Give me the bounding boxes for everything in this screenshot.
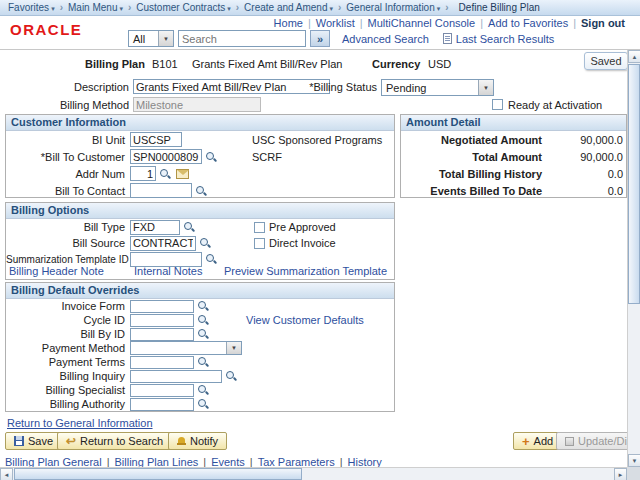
billing-inquiry-input[interactable] [130, 370, 222, 383]
payment-terms-input[interactable] [130, 356, 194, 369]
scroll-up-arrow[interactable] [628, 50, 640, 63]
breadcrumb-label: Customer Contracts [136, 2, 225, 13]
breadcrumb-item-general-information[interactable]: General Information [346, 2, 440, 13]
header-link-add-to-favorites[interactable]: Add to Favorites [488, 17, 568, 29]
ready-at-activation-checkbox[interactable] [492, 99, 503, 110]
bill-source-input[interactable] [130, 236, 196, 251]
billing-status-select[interactable]: Pending [381, 79, 494, 96]
breadcrumb-separator-icon [231, 2, 244, 13]
direct-invoice-checkbox[interactable] [254, 238, 265, 249]
billing-specialist-input[interactable] [130, 384, 194, 397]
billing-authority-input[interactable] [130, 398, 194, 411]
bill-by-id-row: Bill By ID [6, 327, 394, 341]
amount-row: Total Billing History 0.0 [401, 165, 626, 182]
header-link-worklist[interactable]: Worklist [316, 17, 355, 29]
lookup-icon[interactable] [205, 151, 217, 163]
add-button[interactable]: Add [513, 432, 562, 450]
bill-type-label: Bill Type [6, 221, 130, 233]
billing-options-groupbox: Billing Options Bill Type Pre Approved B… [5, 202, 395, 280]
vertical-scrollbar[interactable] [627, 50, 640, 467]
bill-to-contact-input[interactable] [130, 183, 192, 198]
cycle-id-input[interactable] [130, 314, 194, 327]
return-to-search-button[interactable]: Return to Search [57, 432, 172, 450]
amount-detail-groupbox: Amount Detail Negotiated Amount 90,000.0… [400, 114, 627, 198]
save-button[interactable]: Save [5, 432, 62, 450]
billing-options-title: Billing Options [6, 203, 394, 219]
save-disk-icon [14, 436, 24, 446]
amount-row: Total Amount 90,000.0 [401, 148, 626, 165]
bill-by-id-input[interactable] [130, 328, 194, 341]
breadcrumb-item-create-and-amend[interactable]: Create and Amend [244, 2, 333, 13]
oracle-logo: ORACLE [10, 21, 82, 38]
return-to-general-information-link[interactable]: Return to General Information [7, 417, 153, 429]
preview-summarization-template-link[interactable]: Preview Summarization Template [224, 265, 387, 277]
search-scope-select[interactable]: All [128, 30, 174, 47]
invoice-form-row: Invoice Form [6, 299, 394, 313]
customer-information-groupbox: Customer Information BI Unit USC Sponsor… [5, 114, 395, 198]
breadcrumb-item-favorites[interactable]: Favorites [8, 2, 55, 13]
breadcrumb-item-customer-contracts[interactable]: Customer Contracts [136, 2, 230, 13]
lookup-icon[interactable] [183, 221, 195, 233]
events-billed-to-date-label: Events Billed To Date [401, 185, 550, 197]
billing-header-note-link[interactable]: Billing Header Note [9, 265, 104, 277]
lookup-icon[interactable] [159, 168, 171, 180]
scroll-left-arrow[interactable] [0, 468, 13, 480]
billing-plan-label: Billing Plan [85, 58, 145, 70]
advanced-search-link[interactable]: Advanced Search [342, 33, 429, 45]
envelope-icon[interactable] [176, 169, 189, 179]
currency-label: Currency [372, 58, 420, 70]
negotiated-amount-label: Negotiated Amount [401, 134, 550, 146]
lookup-icon[interactable] [197, 398, 209, 410]
view-customer-defaults-link[interactable]: View Customer Defaults [246, 314, 364, 326]
vertical-scroll-thumb[interactable] [628, 64, 640, 304]
payment-terms-label: Payment Terms [6, 356, 130, 368]
addr-num-input[interactable] [130, 166, 156, 181]
bill-source-label: Bill Source [6, 237, 130, 249]
bill-type-row: Bill Type Pre Approved [6, 219, 394, 235]
currency-value: USD [428, 58, 451, 70]
horizontal-scroll-thumb[interactable] [14, 468, 302, 480]
signout-link[interactable]: Sign out [581, 17, 625, 29]
lookup-icon[interactable] [197, 356, 209, 368]
lookup-icon[interactable] [197, 328, 209, 340]
bill-to-contact-label: Bill To Contact [6, 185, 130, 197]
lookup-icon[interactable] [197, 384, 209, 396]
bill-to-contact-row: Bill To Contact [6, 182, 394, 199]
search-go-button[interactable] [310, 30, 330, 47]
bi-unit-input[interactable] [130, 132, 182, 147]
payment-method-select[interactable] [130, 341, 242, 355]
lookup-icon[interactable] [225, 370, 237, 382]
header-link-home[interactable]: Home [274, 17, 303, 29]
bill-type-input[interactable] [130, 220, 180, 235]
negotiated-amount-value: 90,000.0 [550, 134, 626, 146]
scroll-right-arrow[interactable] [614, 468, 627, 480]
horizontal-scrollbar[interactable] [0, 467, 627, 480]
pre-approved-checkbox[interactable] [254, 222, 265, 233]
billing-status-value: Pending [382, 82, 478, 94]
notify-button[interactable]: Notify [168, 432, 227, 450]
bill-to-customer-input[interactable] [130, 149, 202, 164]
direct-invoice-label: Direct Invoice [269, 237, 336, 249]
bell-icon [177, 437, 186, 446]
breadcrumb-separator-icon [55, 2, 68, 13]
last-search-results-link[interactable]: Last Search Results [456, 33, 554, 45]
separator [360, 17, 363, 29]
breadcrumb: Favorites Main Menu Customer Contracts C… [0, 0, 640, 16]
lookup-icon[interactable] [195, 185, 207, 197]
breadcrumb-separator-icon [440, 2, 453, 13]
header-divider [0, 49, 640, 50]
chevron-down-icon [158, 31, 173, 46]
search-input[interactable] [178, 30, 306, 47]
lookup-icon[interactable] [197, 300, 209, 312]
lookup-icon[interactable] [205, 253, 217, 265]
lookup-icon[interactable] [199, 237, 211, 249]
header-link-multichannel-console[interactable]: MultiChannel Console [368, 17, 476, 29]
lookup-icon[interactable] [197, 314, 209, 326]
invoice-form-input[interactable] [130, 300, 194, 313]
billing-default-overrides-title: Billing Default Overrides [6, 283, 394, 299]
scroll-down-arrow[interactable] [628, 454, 640, 467]
breadcrumb-item-main-menu[interactable]: Main Menu [68, 2, 123, 13]
internal-notes-link[interactable]: Internal Notes [134, 265, 202, 277]
return-to-search-label: Return to Search [80, 435, 163, 447]
breadcrumb-label: Favorites [8, 2, 49, 13]
